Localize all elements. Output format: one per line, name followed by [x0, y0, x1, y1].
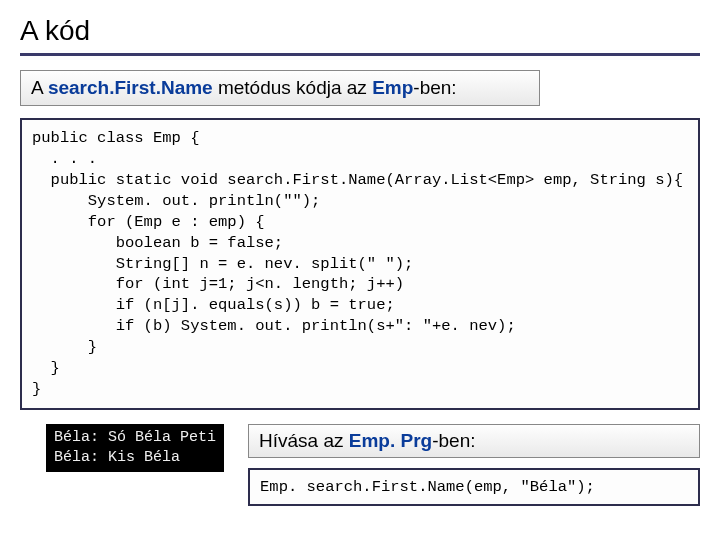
subtitle-prefix: A [31, 77, 48, 98]
code-block-call: Emp. search.First.Name(emp, "Béla"); [248, 468, 700, 506]
subtitle-suffix: -ben: [413, 77, 456, 98]
code-block-main: public class Emp { . . . public static v… [20, 118, 700, 410]
slide: A kód A search.First.Name metódus kódja … [0, 0, 720, 540]
console-output: Béla: Só Béla Peti Béla: Kis Béla [46, 424, 224, 473]
call-label-prefix: Hívása az [259, 430, 349, 451]
subtitle-class: Emp [372, 77, 413, 98]
call-label-class: Emp. Prg [349, 430, 432, 451]
subtitle-method: search.First.Name [48, 77, 213, 98]
subtitle-mid: metódus kódja az [213, 77, 372, 98]
call-column: Hívása az Emp. Prg-ben: Emp. search.Firs… [248, 424, 700, 506]
title-rule [20, 53, 700, 56]
subtitle-bar: A search.First.Name metódus kódja az Emp… [20, 70, 540, 106]
call-label-suffix: -ben: [432, 430, 475, 451]
bottom-row: Béla: Só Béla Peti Béla: Kis Béla Hívása… [20, 424, 700, 506]
call-label-bar: Hívása az Emp. Prg-ben: [248, 424, 700, 458]
slide-title: A kód [20, 15, 700, 47]
